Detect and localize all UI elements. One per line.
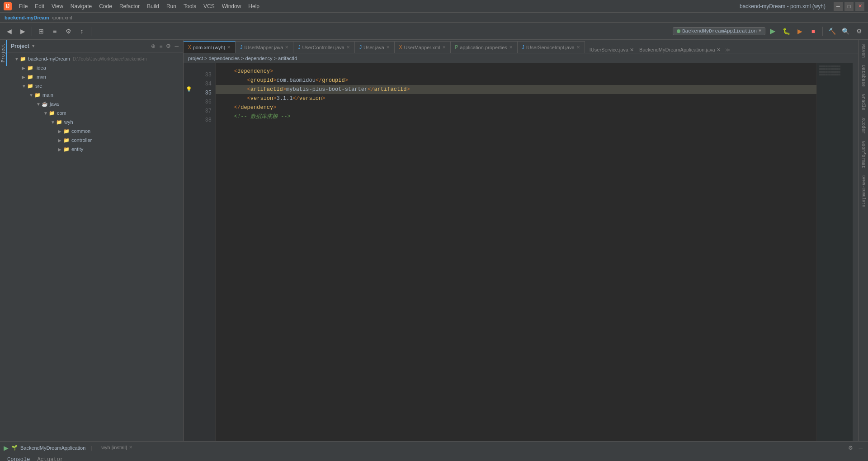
tab-iusermapper-close[interactable]: ✕ [285, 45, 288, 50]
tab-user-close[interactable]: ✕ [386, 45, 390, 50]
toolbar-back-button[interactable]: ◀ [3, 25, 15, 38]
code-lines[interactable]: <dependency> <groupId>com.baomidou</grou… [216, 63, 816, 441]
line-num-35: 35 [193, 89, 215, 98]
debug-button[interactable]: 🐛 [780, 25, 793, 38]
tab-user[interactable]: J User.java ✕ [355, 41, 395, 53]
database-panel-tab[interactable]: Database [860, 63, 867, 89]
run-config-selector[interactable]: BackendMyDreamApplication ▼ [673, 27, 765, 35]
run-install-close[interactable]: ✕ [129, 445, 132, 450]
xcoder-panel-tab[interactable]: XCoder [860, 116, 867, 136]
tree-item-idea[interactable]: ▶ 📁 .idea [7, 63, 183, 72]
panel-gear-icon[interactable]: ⚙ [165, 42, 172, 50]
menu-vcs[interactable]: VCS [200, 0, 218, 13]
tab-iusermapper-label: IUserMapper.java [244, 45, 283, 50]
run-button[interactable]: ▶ [766, 25, 779, 38]
close-button[interactable]: ✕ [855, 2, 864, 11]
maximize-button[interactable]: □ [844, 2, 854, 11]
panel-locate-icon[interactable]: ⊕ [150, 42, 156, 50]
menu-navigate[interactable]: Navigate [67, 0, 95, 13]
build-button[interactable]: 🔨 [826, 25, 838, 38]
tree-item-java[interactable]: ▼ ☕ java [7, 99, 183, 108]
tree-item-src[interactable]: ▼ 📁 src [7, 81, 183, 90]
run-gear-icon[interactable]: ⚙ [846, 444, 855, 452]
toolbar-collapse-button[interactable]: ≡ [48, 25, 61, 38]
tree-arrow-mvn: ▶ [22, 75, 27, 80]
menu-file[interactable]: File [15, 0, 31, 13]
run-app-label[interactable]: BackendMyDreamApplication [20, 445, 85, 451]
run-install-tab[interactable]: wyh [install] ✕ [98, 442, 136, 454]
editor-scrollbar[interactable] [853, 63, 858, 441]
panel-collapse-icon[interactable]: ≡ [158, 42, 163, 50]
gsonformat-panel-tab[interactable]: Gsonformat [860, 139, 867, 170]
entity-folder-icon: 📁 [63, 146, 70, 152]
sidebar-tab-project[interactable]: Project [0, 40, 7, 66]
menu-tools[interactable]: Tools [180, 0, 200, 13]
tree-item-wyh[interactable]: ▼ 📁 wyh [7, 118, 183, 127]
tree-item-com[interactable]: ▼ 📁 com [7, 108, 183, 118]
tab-overflow-icon[interactable]: ≫ [725, 47, 731, 53]
maven-panel-tab[interactable]: Maven [860, 42, 867, 60]
run-install-label: wyh [install] [101, 445, 127, 450]
tab-app-prop[interactable]: P application.properties ✕ [451, 41, 518, 53]
code-line-36: <version>3.1.1</version> [216, 94, 816, 103]
console-tab-actuator[interactable]: Actuator [33, 454, 67, 461]
tab-iuserserviceimpl[interactable]: J IUserServiceImpl.java ✕ [518, 41, 585, 53]
menu-refactor[interactable]: Refactor [116, 0, 143, 13]
tab-usermapper-xml[interactable]: X UserMapper.xml ✕ [395, 41, 451, 53]
tree-item-root[interactable]: ▼ 📁 backend-myDream D:\Tools\JavaWorkSpa… [7, 54, 183, 63]
run-header: ▶ 🌱 BackendMyDreamApplication | wyh [ins… [0, 442, 868, 454]
minimize-button[interactable]: ─ [834, 2, 843, 11]
search-everywhere-button[interactable]: 🔍 [839, 25, 852, 38]
tab-appprop-close[interactable]: ✕ [509, 45, 513, 50]
tree-item-main[interactable]: ▼ 📁 main [7, 90, 183, 99]
editor-content[interactable]: 💡 33 34 35 36 37 38 [184, 63, 858, 441]
tab-iusermapper[interactable]: J IUserMapper.java ✕ [236, 41, 293, 53]
settings-gear-button[interactable]: ⚙ [853, 25, 865, 38]
tree-item-mvn[interactable]: ▶ 📁 .mvn [7, 72, 183, 81]
menu-help[interactable]: Help [245, 0, 263, 13]
gutter-line-35: 💡 [185, 85, 193, 94]
tree-item-controller[interactable]: ▶ 📁 controller [7, 136, 183, 145]
tree-item-entity[interactable]: ▶ 📁 entity [7, 145, 183, 154]
run-green-icon: ▶ [4, 444, 9, 452]
gutter: 💡 33 34 35 36 37 38 [184, 63, 216, 441]
tab-iuserserviceimpl-close[interactable]: ✕ [576, 45, 580, 50]
tab-usercontroller-close[interactable]: ✕ [346, 45, 350, 50]
menu-edit[interactable]: Edit [31, 0, 48, 13]
breadcrumb-bar: backend-myDream › pom.xml [0, 13, 868, 23]
tab-usermapper-close[interactable]: ✕ [442, 45, 446, 50]
run-minimize-icon[interactable]: ─ [857, 444, 864, 452]
tab-pom-close[interactable]: ✕ [227, 45, 231, 50]
tab-user-label: User.java [363, 45, 384, 50]
backmydream-tab[interactable]: BackendMyDreamApplication.java ✕ [637, 47, 723, 53]
toolbar-settings-button[interactable]: ⚙ [62, 25, 75, 38]
toolbar-forward-button[interactable]: ▶ [16, 25, 29, 38]
menu-bar: IJ File Edit View Navigate Code Refactor… [0, 0, 868, 13]
menu-build[interactable]: Build [143, 0, 163, 13]
project-folder-icon: 📁 [20, 56, 26, 62]
panel-title: Project [11, 43, 29, 49]
panel-header: Project ▼ ⊕ ≡ ⚙ ─ [7, 40, 183, 52]
panel-dropdown-icon: ▼ [31, 43, 36, 48]
stop-button[interactable]: ■ [807, 25, 820, 38]
iuserservice-tab[interactable]: IUserService.java ✕ [587, 47, 637, 53]
menu-view[interactable]: View [48, 0, 67, 13]
coverage-button[interactable]: ▶ [793, 25, 806, 38]
tree-label-wyh: wyh [64, 119, 73, 125]
menu-code[interactable]: Code [95, 0, 116, 13]
menu-window[interactable]: Window [218, 0, 245, 13]
tree-label-main: main [42, 92, 53, 98]
toolbar-collapse-all-button[interactable]: ↕ [75, 25, 88, 38]
toolbar-expand-button[interactable]: ⊞ [35, 25, 47, 38]
tab-pom-xml[interactable]: X pom.xml (wyh) ✕ [184, 41, 236, 53]
tree-item-common[interactable]: ▶ 📁 common [7, 127, 183, 136]
console-tab-console[interactable]: Console [4, 454, 33, 461]
more-tabs-button[interactable]: IUserService.java ✕ BackendMyDreamApplic… [585, 47, 732, 53]
project-tree: ▼ 📁 backend-myDream D:\Tools\JavaWorkSpa… [7, 52, 183, 441]
menu-run[interactable]: Run [163, 0, 180, 13]
tab-usercontroller[interactable]: J UserController.java ✕ [293, 41, 355, 53]
bpmn-panel-tab[interactable]: BPMN-Cumulate [860, 174, 867, 209]
gradle-panel-tab[interactable]: Gradle [860, 92, 867, 112]
panel-minimize-icon[interactable]: ─ [174, 42, 179, 50]
app-icon: IJ [4, 2, 12, 10]
